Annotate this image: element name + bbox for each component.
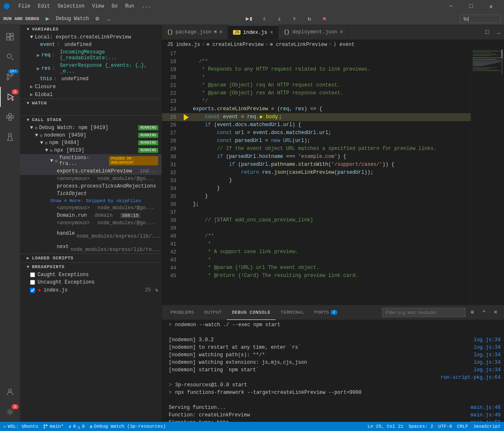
panel-tab-ports[interactable]: PORTS 2 [309, 305, 342, 320]
tab-index-js[interactable]: JS index.js × [228, 25, 279, 40]
var-local-exports[interactable]: ▼ Local: exports.createLinkPreview [20, 33, 162, 41]
log-ref-2[interactable]: log.js:34 [474, 345, 501, 350]
tab-deployment-json-close[interactable]: × [340, 29, 343, 35]
var-event[interactable]: event : undefined [20, 41, 162, 48]
search-input[interactable] [463, 16, 497, 22]
tab-deployment-json[interactable]: {} deployment.json × [279, 25, 349, 40]
menu-run[interactable]: Run [122, 3, 138, 10]
callstack-anonymous-1[interactable]: <anonymous> node_modules/@go... [20, 175, 162, 183]
callstack-domain-run[interactable]: Domain.run domain 388:15 [20, 212, 162, 219]
log-ref-5[interactable]: log.js:34 [474, 367, 501, 373]
restart-button[interactable]: ↻ [304, 14, 314, 24]
log-ref-3[interactable]: log.js:34 [474, 352, 501, 358]
var-this[interactable]: this : undefined [20, 75, 162, 83]
menu-file[interactable]: File [15, 3, 34, 10]
var-req[interactable]: ▶ req : IncomingMessage {_readableState:… [20, 48, 162, 62]
more-editor-button[interactable]: … [494, 27, 504, 37]
activity-search[interactable] [0, 47, 20, 67]
menu-more[interactable]: ... [138, 3, 154, 10]
breakpoints-header[interactable]: ▼ BREAKPOINTS [20, 263, 162, 271]
callstack-exports-createlinkpreview[interactable]: exports.createLinkPreview ind... [20, 167, 162, 175]
watch-header[interactable]: ▼ WATCH [20, 99, 162, 107]
code-editor[interactable]: 17 18 /** 19 * Responds to any HTTP requ… [162, 50, 471, 305]
callstack-anonymous-3[interactable]: <anonymous> node_modules/@go... [20, 219, 162, 227]
filter-options-button[interactable]: ≡ [467, 307, 477, 317]
status-line-ending[interactable]: CRLF [457, 424, 468, 429]
log-ref-1[interactable]: log.js:34 [474, 337, 501, 343]
status-debug[interactable]: ⚙ Debug Watch (3p-resources) [90, 424, 166, 429]
main-ref-49[interactable]: main.js:49 [471, 412, 501, 418]
breadcrumb-create-link-preview-2[interactable]: ⊕ createLinkPreview [270, 41, 327, 48]
activity-settings[interactable]: 1 [0, 402, 20, 422]
call-stack-header[interactable]: ▼ CALL STACK [20, 116, 162, 124]
callstack-npm[interactable]: ▼ ⚙ npm [9484] RUNNING [20, 139, 162, 147]
stop-button[interactable]: ■ [319, 14, 329, 24]
callstack-functions-fra[interactable]: ▼ ⚙ functions-fra... PAUSED ON BREAKPOIN… [20, 154, 162, 167]
maximize-button[interactable]: □ [461, 0, 481, 13]
continue-button[interactable]: ▶▮ [244, 14, 254, 24]
search-box[interactable] [460, 15, 501, 23]
callstack-process-ticks[interactable]: process.processTicksAndRejections [20, 183, 162, 190]
tab-index-js-close[interactable]: × [270, 29, 273, 36]
callstack-next[interactable]: next node_modules/express/lib/ro... [20, 240, 162, 254]
panel-close-button[interactable]: × [491, 307, 501, 317]
activity-explorer[interactable] [0, 27, 20, 47]
callstack-anonymous-2[interactable]: <anonymous> node_modules/@go... [20, 204, 162, 212]
show-more-link[interactable]: Show 4 More: Skipped by skipFiles [20, 198, 162, 204]
breakpoint-index-js-checkbox[interactable] [30, 288, 35, 293]
var-closure[interactable]: ▶ Closure [20, 83, 162, 91]
menu-view[interactable]: View [89, 3, 107, 10]
tab-package-json-close[interactable]: × [219, 29, 223, 35]
breakpoint-index-js[interactable]: ● index.js 25 ✎ [20, 286, 162, 294]
callstack-handle[interactable]: handle node_modules/express/lib/... [20, 227, 162, 240]
step-into-button[interactable]: ⇓ [274, 14, 284, 24]
split-editor-button[interactable]: □ [482, 27, 492, 37]
status-language[interactable]: JavaScript [473, 424, 501, 429]
log-ref-4[interactable]: log.js:34 [474, 360, 501, 365]
breadcrumb-event[interactable]: ⟩ event [334, 41, 355, 48]
filter-input[interactable] [382, 308, 466, 317]
edit-breakpoint-icon[interactable]: ✎ [155, 287, 158, 294]
menu-selection[interactable]: Selection [54, 3, 88, 10]
breadcrumb-file[interactable]: JS index.js [167, 42, 200, 48]
activity-source-control[interactable]: 1k+ [0, 67, 20, 87]
callstack-debug-watch[interactable]: ▼ ⚙ Debug Watch: npm [9419] RUNNING [20, 124, 162, 132]
activity-run-debug[interactable]: 1 1 [0, 87, 20, 107]
caught-exceptions-item[interactable]: Caught Exceptions [20, 271, 162, 279]
status-git-branch[interactable]: main* [43, 424, 63, 429]
var-res[interactable]: ▶ res : ServerResponse {_events: {…}, _e… [20, 62, 162, 75]
variables-header[interactable]: ▼ VARIABLES [20, 25, 162, 33]
uncaught-exceptions-checkbox[interactable] [30, 280, 35, 285]
panel-tab-problems[interactable]: PROBLEMS [165, 305, 199, 320]
callstack-tickobject[interactable]: TickObject [20, 190, 162, 198]
menu-edit[interactable]: Edit [35, 3, 53, 10]
panel-tab-output[interactable]: OUTPUT [199, 305, 227, 320]
callstack-nodemon[interactable]: ▼ ⚙ nodemon [9450] RUNNING [20, 132, 162, 139]
callstack-npx[interactable]: ▼ ⚙ npx [9519] RUNNING [20, 147, 162, 154]
var-global[interactable]: ▶ Global [20, 91, 162, 99]
status-spaces[interactable]: Spaces: 2 [408, 424, 433, 429]
step-over-button[interactable]: ⇩ [259, 14, 269, 24]
panel-collapse-button[interactable]: ⌃ [479, 307, 489, 317]
loaded-scripts-header[interactable]: ▶ LOADED SCRIPTS [20, 254, 162, 262]
panel-tab-debug-console[interactable]: DEBUG CONSOLE [227, 305, 275, 320]
activity-extensions[interactable] [0, 107, 20, 127]
status-wsl[interactable]: ⋯ WSL: Ubuntu [3, 424, 38, 429]
status-errors[interactable]: ✗ 0 △ 0 [68, 424, 84, 429]
minimize-button[interactable]: − [441, 0, 461, 13]
uncaught-exceptions-item[interactable]: Uncaught Exceptions [20, 279, 162, 286]
tab-package-json[interactable]: {} package.json M × [162, 25, 228, 40]
settings-button[interactable]: ⚙ [92, 14, 102, 24]
run-script-ref[interactable]: run-script-pkg.js:64 [441, 375, 501, 380]
step-out-button[interactable]: ⇑ [289, 14, 299, 24]
activity-accounts[interactable] [0, 382, 20, 402]
panel-tab-terminal[interactable]: TERMINAL [276, 305, 309, 320]
start-debug-button[interactable]: ▶ [43, 14, 53, 24]
status-encoding[interactable]: UTF-8 [438, 424, 452, 429]
menu-go[interactable]: Go [108, 3, 121, 10]
more-button[interactable]: … [104, 14, 114, 24]
breadcrumb-create-link-preview-1[interactable]: ⊕ createLinkPreview [206, 41, 263, 48]
status-position[interactable]: Ln 25, Col 21 [367, 424, 403, 429]
activity-testing[interactable] [0, 127, 20, 147]
main-ref-48[interactable]: main.js:48 [471, 405, 501, 411]
